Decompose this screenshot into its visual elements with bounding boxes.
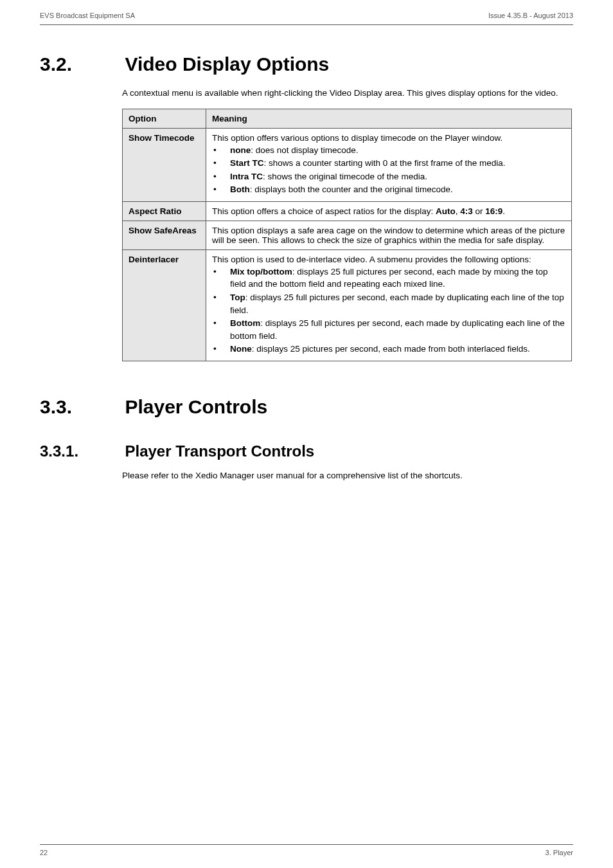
options-table: Option Meaning Show Timecode This option… [122,109,572,361]
section-3-2-heading: 3.2. Video Display Options [40,53,573,75]
col-meaning: Meaning [206,109,572,128]
list-item: Bottom: displays 25 full pictures per se… [212,317,565,342]
option-label: Deinterlacer [123,249,206,361]
option-label: Show SafeAreas [123,221,206,249]
section-3-3-1-body: Please refer to the Xedio Manager user m… [122,469,573,482]
meaning-lead: This option is used to de-interlace vide… [212,255,565,264]
list-item: Both: displays both the counter and the … [212,183,565,196]
page-footer: 22 3. Player [0,844,613,856]
section-title: Player Controls [125,396,267,418]
option-meaning: This option is used to de-interlace vide… [206,249,572,361]
table-row: Show SafeAreas This option displays a sa… [123,221,572,249]
section-3-3-1-heading: 3.3.1. Player Transport Controls [40,442,573,460]
page-number: 22 [40,849,48,856]
content: 3.2. Video Display Options A contextual … [0,53,613,482]
table-row: Show Timecode This option offers various… [123,128,572,201]
section-title: Video Display Options [125,53,329,75]
list-item: Intra TC: shows the original timecode of… [212,170,565,183]
col-option: Option [123,109,206,128]
list-item: Top: displays 25 full pictures per secon… [212,291,565,316]
footer-section: 3. Player [546,849,573,856]
header-rule [40,24,573,25]
section-3-3-heading: 3.3. Player Controls [40,396,573,418]
header-right: Issue 4.35.B - August 2013 [488,12,573,19]
list-item: None: displays 25 pictures per second, e… [212,343,565,356]
section-number: 3.3. [40,396,122,418]
bullet-list: none: does not display timecode. Start T… [212,144,565,196]
section-number: 3.2. [40,53,122,75]
footer-rule [40,844,573,845]
list-item: Mix top/bottom: displays 25 full picture… [212,266,565,291]
meaning-lead: This option offers various options to di… [212,133,565,143]
subsection-title: Player Transport Controls [125,442,314,460]
table-row: Aspect Ratio This option offers a choice… [123,201,572,221]
option-meaning: This option offers a choice of aspect ra… [206,201,572,221]
list-item: none: does not display timecode. [212,144,565,157]
section-3-2-intro: A contextual menu is available when righ… [122,87,573,100]
subsection-number: 3.3.1. [40,442,122,460]
option-label: Show Timecode [123,128,206,201]
option-meaning: This option offers various options to di… [206,128,572,201]
header-left: EVS Broadcast Equipment SA [40,12,135,19]
option-meaning: This option displays a safe area cage on… [206,221,572,249]
table-header-row: Option Meaning [123,109,572,128]
table-row: Deinterlacer This option is used to de-i… [123,249,572,361]
option-label: Aspect Ratio [123,201,206,221]
bullet-list: Mix top/bottom: displays 25 full picture… [212,266,565,356]
list-item: Start TC: shows a counter starting with … [212,157,565,170]
page-header: EVS Broadcast Equipment SA Issue 4.35.B … [0,0,613,23]
